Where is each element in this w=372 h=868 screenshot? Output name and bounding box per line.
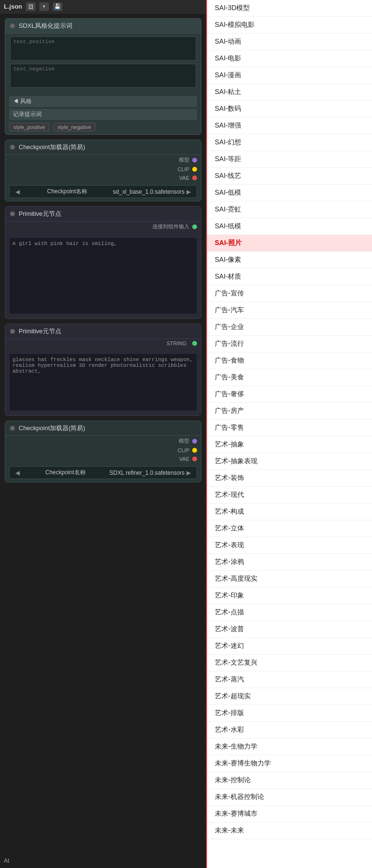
dropdown-item[interactable]: 艺术-构成 (207, 504, 372, 520)
style-negative-tag: style_negative (53, 123, 95, 131)
checkpoint-arrow-left-1[interactable]: ◀ (15, 188, 20, 195)
connector-clip-2: CLIP (5, 446, 201, 455)
connector-vae-label-2: VAE (179, 456, 189, 462)
primitive-textarea-2[interactable]: glasses hat freckles mask necklace shine… (9, 353, 197, 411)
dropdown-item[interactable]: SAI-纸模 (207, 218, 372, 235)
dropdown-item[interactable]: 广告-宣传 (207, 285, 372, 302)
primitive-node-1-header: Primitive元节点 (5, 207, 201, 222)
dropdown-item[interactable]: SAI-电影 (207, 50, 372, 67)
image-icon[interactable]: 🖼 (26, 2, 35, 11)
dropdown-item[interactable]: 广告-零售 (207, 420, 372, 436)
text-negative-input[interactable] (10, 64, 196, 88)
checkpoint-selector-1[interactable]: ◀ Checkpoint名称 sd_xl_base_1.0.safetensor… (9, 185, 197, 198)
dropdown-item[interactable]: 广告-流行 (207, 336, 372, 352)
dropdown-item[interactable]: 艺术-现代 (207, 487, 372, 504)
checkpoint-value-2: SDXL refiner_1.0.safetensors (109, 469, 185, 476)
checkpoint-node-2-header: Checkpoint加载器(简易) (5, 421, 201, 436)
connector-vae-dot-2 (192, 457, 197, 461)
connector-model-dot-1 (192, 158, 197, 163)
checkpoint-node-2: Checkpoint加载器(简易) 模型 CLIP VAE ◀ Checkpoi… (5, 421, 201, 482)
dropdown-item[interactable]: 广告-企业 (207, 319, 372, 336)
dropdown-item[interactable]: 艺术-抽象 (207, 436, 372, 453)
checkpoint-value-1: sd_xl_base_1.0.safetensors (113, 188, 185, 195)
connector-model-label-2: 模型 (179, 437, 189, 445)
dropdown-item[interactable]: SAI-线艺 (207, 168, 372, 185)
dropdown-item[interactable]: 艺术-超现实 (207, 688, 372, 705)
primitive-node-2-header: Primitive元节点 (5, 324, 201, 339)
dropdown-item[interactable]: 艺术-抽象表现 (207, 453, 372, 470)
checkpoint-arrow-right-2[interactable]: ▶ (186, 469, 191, 476)
sdxl-node-status-dot (10, 23, 15, 28)
checkpoint-node-1-title: Checkpoint加载器(简易) (19, 143, 85, 152)
dropdown-item[interactable]: 艺术-排版 (207, 705, 372, 722)
dropdown-item[interactable]: 艺术-点描 (207, 604, 372, 621)
dropdown-item[interactable]: SAI-增强 (207, 117, 372, 134)
dropdown-item[interactable]: 未来-机器控制论 (207, 789, 372, 806)
style-button[interactable]: ◀ 风格 (9, 96, 197, 107)
checkpoint-name-label-1: Checkpoint名称 (22, 188, 113, 196)
dropdown-item[interactable]: 未来-赛博城市 (207, 806, 372, 822)
connector-clip-dot-1 (192, 167, 197, 172)
dropdown-item[interactable]: SAI-低模 (207, 185, 372, 201)
top-bar: L.json 🖼 ▾ 💾 (0, 0, 206, 13)
dropdown-item[interactable]: 未来-赛博生物力学 (207, 755, 372, 772)
left-panel: L.json 🖼 ▾ 💾 SDXL风格化提示词 ◀ 风格 记录提示词 style… (0, 0, 206, 868)
dropdown-item[interactable]: SAI-霓虹 (207, 201, 372, 218)
dropdown-item[interactable]: 艺术-波普 (207, 621, 372, 638)
primitive-connector-dot-2 (192, 341, 197, 346)
dropdown-item[interactable]: 未来-未来 (207, 822, 372, 839)
connector-vae-dot-1 (192, 176, 197, 180)
record-button[interactable]: 记录提示词 (9, 109, 197, 120)
sdxl-fields (5, 34, 201, 94)
dropdown-item[interactable]: 广告-汽车 (207, 302, 372, 319)
dropdown-item[interactable]: SAI-3D模型 (207, 0, 372, 17)
dropdown-item[interactable]: 广告-美食 (207, 369, 372, 386)
dropdown-item[interactable]: 未来-生物力学 (207, 739, 372, 755)
dropdown-item[interactable]: SAI-模拟电影 (207, 17, 372, 34)
dropdown-item[interactable]: 广告-房产 (207, 403, 372, 420)
dropdown-item[interactable]: 艺术-迷幻 (207, 638, 372, 655)
primitive-textarea-1[interactable]: A girl with pink hair is smiling, (9, 237, 197, 314)
sdxl-node-title: SDXL风格化提示词 (19, 22, 72, 30)
dropdown-item[interactable]: SAI-动画 (207, 34, 372, 50)
dropdown-item[interactable]: 艺术-水彩 (207, 722, 372, 739)
dropdown-item[interactable]: 艺术-表现 (207, 537, 372, 554)
checkpoint-node-2-title: Checkpoint加载器(简易) (19, 424, 85, 433)
dropdown-item[interactable]: SAI-粘土 (207, 84, 372, 101)
dropdown-item[interactable]: 艺术-文艺复兴 (207, 655, 372, 671)
dropdown-item[interactable]: SAI-照片 (207, 235, 372, 252)
dropdown-item[interactable]: SAI-材质 (207, 269, 372, 285)
dropdown-item[interactable]: 艺术-印象 (207, 587, 372, 604)
dropdown-item[interactable]: 艺术-立体 (207, 520, 372, 537)
save-icon[interactable]: 💾 (53, 2, 62, 11)
dropdown-item[interactable]: SAI-漫画 (207, 67, 372, 84)
connector-model-dot-2 (192, 439, 197, 444)
dropdown-item[interactable]: SAI-数码 (207, 101, 372, 117)
primitive-pad-2: glasses hat freckles mask necklace shine… (5, 348, 201, 415)
dropdown-item[interactable]: 广告-食物 (207, 352, 372, 369)
dropdown-icon[interactable]: ▾ (39, 2, 49, 11)
dropdown-item[interactable]: 艺术-装饰 (207, 470, 372, 487)
checkpoint-arrow-right-1[interactable]: ▶ (186, 188, 191, 195)
dropdown-item[interactable]: 艺术-涂鸦 (207, 554, 372, 571)
primitive-node-1-title: Primitive元节点 (19, 210, 61, 218)
checkpoint-name-label-2: Checkpoint名称 (22, 469, 109, 477)
checkpoint-selector-2[interactable]: ◀ Checkpoint名称 SDXL refiner_1.0.safetens… (9, 466, 197, 479)
connector-clip-label-1: CLIP (178, 166, 189, 172)
connector-model-label-1: 模型 (179, 156, 189, 164)
dropdown-item[interactable]: 广告-奢侈 (207, 386, 372, 403)
checkpoint-arrow-left-2[interactable]: ◀ (15, 469, 20, 476)
dropdown-item[interactable]: 艺术-蒸汽 (207, 671, 372, 688)
primitive-node-1-dot (10, 211, 15, 216)
text-positive-input[interactable] (10, 36, 196, 60)
sdxl-node: SDXL风格化提示词 ◀ 风格 记录提示词 style_positive sty… (5, 18, 201, 135)
dropdown-item[interactable]: SAI-等距 (207, 151, 372, 168)
style-tags: style_positive style_negative (9, 122, 197, 132)
dropdown-item[interactable]: SAI-像素 (207, 252, 372, 269)
dropdown-item[interactable]: 未来-控制论 (207, 772, 372, 789)
checkpoint-node-1: Checkpoint加载器(简易) 模型 CLIP VAE ◀ Checkpoi… (5, 140, 201, 201)
dropdown-item[interactable]: SAI-幻想 (207, 134, 372, 151)
primitive-connector-2: STRING (5, 339, 201, 348)
dropdown-item[interactable]: 艺术-高度现实 (207, 571, 372, 587)
style-dropdown-panel[interactable]: SAI-3D模型SAI-模拟电影SAI-动画SAI-电影SAI-漫画SAI-粘土… (206, 0, 372, 868)
